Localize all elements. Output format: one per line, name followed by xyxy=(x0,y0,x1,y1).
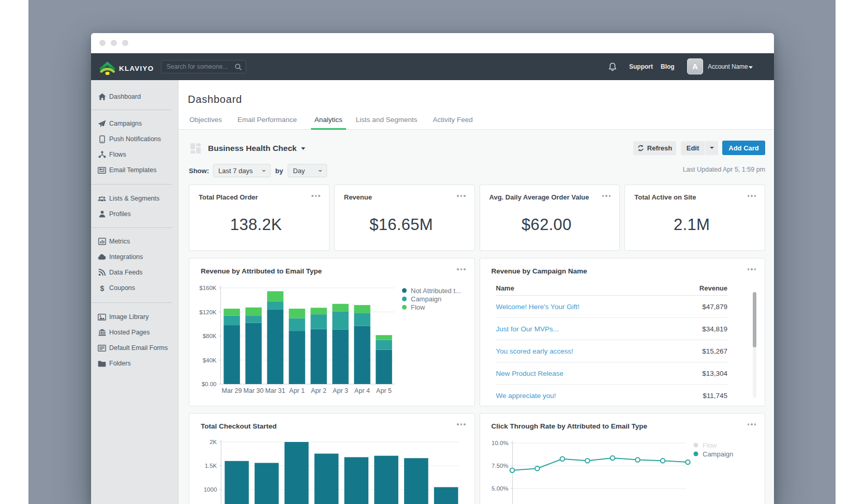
interval-select[interactable]: Day xyxy=(288,164,327,177)
bar-segment[interactable] xyxy=(376,335,392,340)
table-scrollbar[interactable] xyxy=(753,292,756,398)
column-header-revenue[interactable]: Revenue xyxy=(699,284,727,292)
legend-label[interactable]: Not Attributed t... xyxy=(411,287,461,295)
tab-lists-and-segments[interactable]: Lists and Segments xyxy=(352,116,421,130)
card-menu-button[interactable] xyxy=(457,268,466,270)
sidebar-item-hosted-pages[interactable]: Hosted Pages xyxy=(91,325,178,340)
bar-segment[interactable] xyxy=(376,350,392,384)
tab-analytics[interactable]: Analytics xyxy=(311,116,346,130)
bar-segment[interactable] xyxy=(332,304,349,312)
sidebar-item-metrics[interactable]: Metrics xyxy=(91,234,178,249)
bar-segment[interactable] xyxy=(267,291,284,301)
data-point[interactable] xyxy=(585,459,590,463)
bar-segment[interactable] xyxy=(310,329,327,384)
bar-segment[interactable] xyxy=(267,301,284,310)
legend-label[interactable]: Flow xyxy=(411,303,425,311)
bar-segment[interactable] xyxy=(354,326,370,384)
bar-segment[interactable] xyxy=(354,313,370,326)
edit-button[interactable]: Edit xyxy=(681,141,705,155)
sidebar-item-push-notifications[interactable]: Push Notifications xyxy=(91,131,178,147)
sidebar-item-folders[interactable]: Folders xyxy=(91,356,178,371)
data-point[interactable] xyxy=(660,459,665,463)
tab-email-performance[interactable]: Email Performance xyxy=(234,116,301,130)
data-point[interactable] xyxy=(560,457,564,462)
bar[interactable] xyxy=(374,456,398,504)
bar-segment[interactable] xyxy=(310,314,327,329)
legend-label[interactable]: Flow xyxy=(703,441,717,449)
refresh-button[interactable]: Refresh xyxy=(633,141,676,155)
nav-blog[interactable]: Blog xyxy=(661,53,675,80)
klaviyo-logo[interactable]: KLAVIYO xyxy=(99,58,154,77)
sidebar-item-lists-segments[interactable]: Lists & Segments xyxy=(91,191,178,206)
card-menu-button[interactable] xyxy=(457,423,466,425)
legend-label[interactable]: Campaign xyxy=(411,295,441,303)
bar-segment[interactable] xyxy=(224,309,240,315)
campaign-link[interactable]: You scored early access! xyxy=(496,347,574,355)
sidebar-item-flows[interactable]: Flows xyxy=(91,147,178,162)
bar-segment[interactable] xyxy=(332,312,349,330)
notifications-bell[interactable] xyxy=(608,53,617,80)
bar-segment[interactable] xyxy=(224,315,240,325)
sidebar-item-default-email-forms[interactable]: Default Email Forms xyxy=(91,340,178,356)
bar-segment[interactable] xyxy=(376,340,392,350)
account-menu[interactable]: Account Name xyxy=(708,53,748,80)
window-control-dot[interactable] xyxy=(122,40,128,46)
board-picker[interactable]: Business Health Check xyxy=(189,143,305,154)
bar[interactable] xyxy=(434,487,458,504)
sidebar-item-email-templates[interactable]: Email Templates xyxy=(91,162,178,178)
bar-segment[interactable] xyxy=(332,330,349,384)
card-menu-button[interactable] xyxy=(311,195,320,197)
bar-segment[interactable] xyxy=(289,318,305,331)
bar-segment[interactable] xyxy=(224,325,240,384)
bar-segment[interactable] xyxy=(354,305,370,313)
date-range-select[interactable]: Last 7 days xyxy=(213,164,271,177)
legend-label[interactable]: Campaign xyxy=(703,450,733,458)
bar[interactable] xyxy=(315,454,339,504)
search-input[interactable] xyxy=(161,63,235,70)
window-control-dot[interactable] xyxy=(111,40,117,46)
bar-segment[interactable] xyxy=(289,309,305,318)
bar[interactable] xyxy=(225,461,249,504)
column-header-name[interactable]: Name xyxy=(496,284,514,292)
bar[interactable] xyxy=(255,463,279,504)
nav-support[interactable]: Support xyxy=(629,53,653,80)
card-menu-button[interactable] xyxy=(748,268,756,270)
bar-segment[interactable] xyxy=(289,331,305,384)
data-point[interactable] xyxy=(510,468,514,473)
table-scrollbar-thumb[interactable] xyxy=(753,292,756,347)
window-control-dot[interactable] xyxy=(99,40,106,46)
data-point[interactable] xyxy=(535,466,540,471)
edit-dropdown-button[interactable] xyxy=(705,141,718,155)
card-menu-button[interactable] xyxy=(748,423,756,425)
bar[interactable] xyxy=(345,457,369,504)
bar-segment[interactable] xyxy=(245,316,262,323)
account-caret-icon[interactable] xyxy=(749,66,753,69)
card-menu-button[interactable] xyxy=(457,195,466,197)
data-point[interactable] xyxy=(686,460,690,465)
bar-segment[interactable] xyxy=(245,323,262,384)
data-point[interactable] xyxy=(610,456,615,461)
bar-segment[interactable] xyxy=(267,310,284,384)
bar[interactable] xyxy=(404,458,428,504)
campaign-link[interactable]: New Product Release xyxy=(496,370,564,377)
tab-activity-feed[interactable]: Activity Feed xyxy=(429,116,476,130)
card-menu-button[interactable] xyxy=(602,195,611,197)
campaign-link[interactable]: We appreciate you! xyxy=(496,392,556,400)
add-card-button[interactable]: Add Card xyxy=(722,141,765,155)
bar[interactable] xyxy=(285,442,309,504)
sidebar-item-dashboard[interactable]: Dashboard xyxy=(91,89,178,104)
account-avatar[interactable]: A xyxy=(687,58,703,74)
bar-segment[interactable] xyxy=(310,308,327,314)
sidebar-item-campaigns[interactable]: Campaigns xyxy=(91,116,178,131)
campaign-link[interactable]: Welcome! Here's Your Gift! xyxy=(496,303,579,311)
campaign-link[interactable]: Just for Our MVPs... xyxy=(496,325,559,333)
bar-segment[interactable] xyxy=(245,308,262,316)
sidebar-item-profiles[interactable]: Profiles xyxy=(91,206,178,222)
sidebar-item-data-feeds[interactable]: Data Feeds xyxy=(91,265,178,280)
search-icon[interactable] xyxy=(235,64,242,70)
sidebar-item-integrations[interactable]: Integrations xyxy=(91,249,178,265)
data-point[interactable] xyxy=(635,457,640,462)
sidebar-item-image-library[interactable]: Image Library xyxy=(91,309,178,325)
sidebar-item-coupons[interactable]: $Coupons xyxy=(91,280,178,296)
card-menu-button[interactable] xyxy=(748,195,756,197)
